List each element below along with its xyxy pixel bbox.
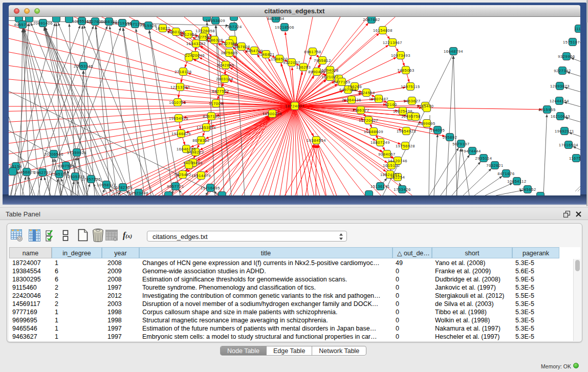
svg-text:93154: 93154 <box>10 164 22 169</box>
svg-text:20691406: 20691406 <box>33 21 53 26</box>
svg-text:17359924: 17359924 <box>67 150 86 155</box>
svg-text:16495758: 16495758 <box>401 114 421 119</box>
svg-text:19692971: 19692971 <box>555 129 574 134</box>
svg-text:9474444: 9474444 <box>464 149 481 154</box>
svg-text:10973493: 10973493 <box>391 53 410 58</box>
svg-text:12093873: 12093873 <box>550 84 570 89</box>
svg-text:19756928: 19756928 <box>396 144 415 148</box>
svg-text:20364436: 20364436 <box>342 98 361 102</box>
svg-text:6497568: 6497568 <box>339 87 356 92</box>
svg-text:15720407: 15720407 <box>359 118 378 123</box>
svg-text:10807487: 10807487 <box>369 97 388 101</box>
svg-text:19384554: 19384554 <box>307 138 326 143</box>
svg-text:20206536: 20206536 <box>44 152 63 157</box>
svg-text:10025438: 10025438 <box>393 109 412 114</box>
svg-text:62160: 62160 <box>385 102 397 107</box>
svg-text:19218506: 19218506 <box>275 25 294 30</box>
svg-text:7485063: 7485063 <box>397 68 414 73</box>
svg-text:7986372: 7986372 <box>352 108 369 113</box>
svg-text:16120746: 16120746 <box>388 159 407 163</box>
svg-text:7357224: 7357224 <box>225 25 242 29</box>
svg-text:6961758: 6961758 <box>304 50 321 54</box>
svg-text:17957225: 17957225 <box>81 177 101 182</box>
svg-text:19654923: 19654923 <box>397 129 416 134</box>
svg-text:7632621: 7632621 <box>486 163 503 168</box>
svg-text:18807249: 18807249 <box>371 140 390 145</box>
svg-text:2935114: 2935114 <box>475 156 492 161</box>
svg-text:8813054: 8813054 <box>267 17 284 21</box>
svg-text:15136141: 15136141 <box>371 184 390 189</box>
svg-text:2087682: 2087682 <box>363 17 380 22</box>
svg-text:4055712: 4055712 <box>14 23 31 27</box>
svg-text:8471676: 8471676 <box>497 171 514 176</box>
svg-text:8427552: 8427552 <box>212 89 229 94</box>
svg-text:10654112: 10654112 <box>507 179 527 184</box>
svg-text:7625402: 7625402 <box>174 172 191 177</box>
svg-text:12213383: 12213383 <box>170 85 190 90</box>
svg-text:16648794: 16648794 <box>444 49 463 54</box>
svg-text:5679197: 5679197 <box>452 142 469 146</box>
svg-text:16154808: 16154808 <box>373 28 393 33</box>
svg-text:8267130: 8267130 <box>203 114 220 119</box>
svg-text:1156829: 1156829 <box>18 170 35 174</box>
svg-text:18300295: 18300295 <box>263 112 282 116</box>
svg-text:117006: 117006 <box>209 101 223 106</box>
svg-text:1733426: 1733426 <box>394 187 410 192</box>
svg-text:12353594: 12353594 <box>197 125 216 130</box>
svg-text:1112: 1112 <box>574 27 580 31</box>
svg-text:16210643: 16210643 <box>551 114 570 119</box>
svg-text:9146821: 9146821 <box>257 52 274 57</box>
svg-text:164095: 164095 <box>430 128 445 133</box>
svg-text:1615132: 1615132 <box>383 163 400 168</box>
svg-text:9777169: 9777169 <box>333 80 350 84</box>
svg-text:136263: 136263 <box>296 65 311 70</box>
svg-text:2942757: 2942757 <box>34 170 51 175</box>
svg-text:12975115: 12975115 <box>401 84 420 89</box>
svg-text:8215955: 8215955 <box>538 107 555 112</box>
svg-text:7515526: 7515526 <box>140 24 157 28</box>
svg-text:595892: 595892 <box>443 135 458 140</box>
svg-text:9463627: 9463627 <box>403 99 420 103</box>
svg-text:9657771: 9657771 <box>167 184 184 189</box>
svg-text:16914479: 16914479 <box>191 173 211 178</box>
svg-text:15751074: 15751074 <box>563 40 580 45</box>
svg-text:15716485: 15716485 <box>201 186 220 190</box>
svg-text:19166825: 19166825 <box>171 132 191 136</box>
svg-text:6794028: 6794028 <box>321 68 338 73</box>
svg-text:19654925: 19654925 <box>169 116 188 121</box>
svg-text:1621072: 1621072 <box>321 75 338 79</box>
svg-text:12923448: 12923448 <box>129 191 148 195</box>
svg-text:9329966: 9329966 <box>558 54 575 59</box>
svg-text:9245652: 9245652 <box>519 187 536 192</box>
svg-text:17016504: 17016504 <box>559 143 578 147</box>
svg-text:3875685: 3875685 <box>221 51 237 55</box>
svg-text:0899695: 0899695 <box>418 121 435 126</box>
svg-text:22420046: 22420046 <box>185 53 205 58</box>
svg-text:2718176: 2718176 <box>175 70 191 74</box>
svg-text:9115460: 9115460 <box>417 104 434 108</box>
svg-text:2803144: 2803144 <box>216 77 233 81</box>
svg-text:3624554: 3624554 <box>358 91 375 95</box>
svg-text:10688609: 10688609 <box>364 129 383 134</box>
svg-text:7955812: 7955812 <box>314 58 331 63</box>
svg-text:13226058: 13226058 <box>195 29 215 33</box>
svg-text:16053809: 16053809 <box>206 18 225 23</box>
svg-text:9242845: 9242845 <box>217 63 234 68</box>
svg-text:1610755: 1610755 <box>169 100 186 105</box>
svg-text:9322037: 9322037 <box>283 60 300 65</box>
svg-text:116753: 116753 <box>569 156 580 161</box>
svg-text:14099489: 14099489 <box>183 161 203 165</box>
svg-text:9084067: 9084067 <box>378 152 395 157</box>
svg-text:252254: 252254 <box>390 175 405 180</box>
svg-text:18724007: 18724007 <box>285 104 304 108</box>
svg-text:12213967: 12213967 <box>383 40 402 45</box>
svg-text:9227342: 9227342 <box>554 69 571 73</box>
svg-text:9397565: 9397565 <box>57 164 74 168</box>
svg-text:5498222: 5498222 <box>187 150 204 155</box>
svg-text:12444154: 12444154 <box>550 99 569 103</box>
svg-text:16543382: 16543382 <box>186 41 206 46</box>
svg-text:8678352: 8678352 <box>192 138 209 143</box>
svg-text:20053346: 20053346 <box>74 64 93 69</box>
svg-text:16782759: 16782759 <box>113 185 133 190</box>
